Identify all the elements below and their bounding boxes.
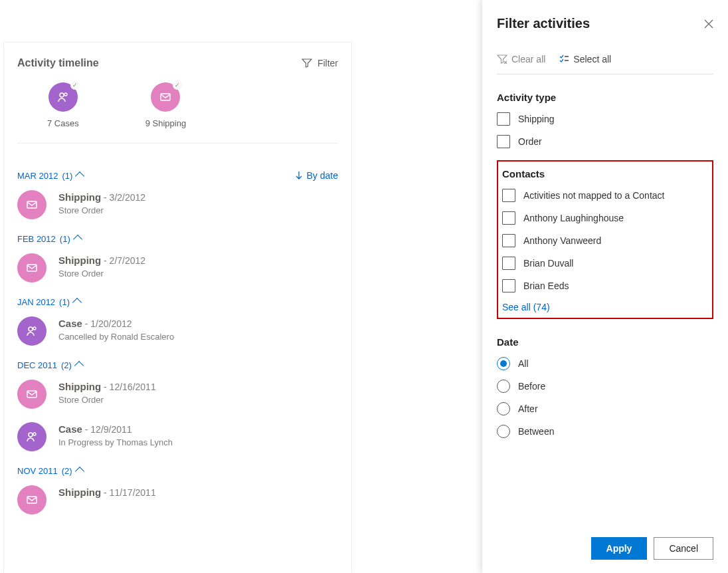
group-count: (2) xyxy=(62,466,72,476)
checkbox-icon xyxy=(502,189,515,202)
timeline-item[interactable]: Shipping - 3/2/2012 Store Order xyxy=(17,190,338,219)
card-title: Activity timeline xyxy=(17,57,99,69)
timeline-item[interactable]: Shipping - 12/16/2011 Store Order xyxy=(17,380,338,409)
checkbox-label: Shipping xyxy=(518,114,555,124)
group-count: (1) xyxy=(60,234,70,244)
checkbox-icon xyxy=(497,135,510,148)
group-label: MAR 2012 xyxy=(17,171,58,181)
svg-rect-2 xyxy=(161,94,170,100)
item-circle xyxy=(17,253,46,283)
filter-button[interactable]: Filter xyxy=(302,58,338,68)
svg-point-8 xyxy=(29,433,33,437)
checkbox-icon xyxy=(502,211,515,225)
checkbox-icon xyxy=(497,112,510,126)
contacts-header: Contacts xyxy=(502,168,708,179)
item-sub: Store Order xyxy=(58,395,156,405)
panel-header: Filter activities xyxy=(497,16,713,31)
chevron-up-icon xyxy=(74,361,84,370)
sort-row: MAR 2012 (1) By date xyxy=(17,170,338,181)
group-count: (1) xyxy=(62,171,72,181)
radio-label: All xyxy=(518,358,529,369)
checkbox-contact[interactable]: Brian Eeds xyxy=(502,279,708,292)
mail-icon xyxy=(25,388,39,401)
select-all-button[interactable]: Select all xyxy=(559,54,611,64)
filter-label: Filter xyxy=(318,58,338,68)
group-header-feb[interactable]: FEB 2012 (1) xyxy=(17,234,338,244)
check-badge-icon: ✓ xyxy=(70,80,80,90)
radio-icon xyxy=(497,402,510,415)
checkbox-label: Brian Duvall xyxy=(523,258,573,269)
apply-button[interactable]: Apply xyxy=(591,537,648,560)
item-title: Shipping xyxy=(58,191,101,203)
item-title: Shipping xyxy=(58,381,101,392)
radio-after[interactable]: After xyxy=(497,402,713,415)
item-circle xyxy=(17,485,46,515)
checkbox-shipping[interactable]: Shipping xyxy=(497,112,713,126)
svg-rect-3 xyxy=(27,201,37,208)
checkbox-label: Brian Eeds xyxy=(523,281,569,291)
radio-label: Between xyxy=(518,426,554,437)
group-header-jan[interactable]: JAN 2012 (1) xyxy=(17,297,338,307)
select-all-icon xyxy=(559,54,569,64)
see-all-link[interactable]: See all (74) xyxy=(502,302,708,312)
checkbox-label: Activities not mapped to a Contact xyxy=(523,190,664,201)
chevron-up-icon xyxy=(75,171,84,180)
checkbox-contact[interactable]: Brian Duvall xyxy=(502,257,708,270)
group-count: (2) xyxy=(61,360,72,370)
radio-icon xyxy=(497,357,510,370)
item-date: 3/2/2012 xyxy=(110,192,146,203)
radio-before[interactable]: Before xyxy=(497,380,713,393)
item-sub: Cancelled by Ronald Escalero xyxy=(58,332,174,342)
timeline-item[interactable]: Shipping - 11/17/2011 xyxy=(17,485,338,515)
clear-all-label: Clear all xyxy=(511,54,545,64)
timeline-item[interactable]: Shipping - 2/7/2012 Store Order xyxy=(17,253,338,283)
timeline-item[interactable]: Case - 1/20/2012 Cancelled by Ronald Esc… xyxy=(17,316,338,346)
card-header: Activity timeline Filter xyxy=(17,57,338,69)
chevron-up-icon xyxy=(73,235,82,244)
item-title: Shipping xyxy=(58,255,101,266)
checkbox-contact[interactable]: Anthony Laughinghouse xyxy=(502,211,708,225)
radio-icon xyxy=(497,380,510,393)
item-content: Shipping - 12/16/2011 Store Order xyxy=(58,380,156,409)
checkbox-contact-unmapped[interactable]: Activities not mapped to a Contact xyxy=(502,189,708,202)
svg-rect-7 xyxy=(27,391,37,398)
timeline-item[interactable]: Case - 12/9/2011 In Progress by Thomas L… xyxy=(17,422,338,451)
svg-rect-4 xyxy=(27,265,37,271)
stat-cases[interactable]: ✓ 7 Cases xyxy=(47,82,79,128)
clear-all-button[interactable]: Clear all xyxy=(497,54,545,64)
panel-actions: Clear all Select all xyxy=(497,54,713,74)
item-sub: Store Order xyxy=(58,269,145,279)
cancel-button[interactable]: Cancel xyxy=(654,537,713,560)
chevron-up-icon xyxy=(75,467,84,476)
radio-all[interactable]: All xyxy=(497,357,713,370)
svg-point-6 xyxy=(33,327,36,330)
arrow-down-icon xyxy=(295,171,303,180)
item-date: 2/7/2012 xyxy=(110,255,146,266)
item-sub: Store Order xyxy=(58,205,145,215)
item-circle xyxy=(17,190,46,219)
mail-icon xyxy=(25,198,39,211)
checkbox-label: Order xyxy=(518,136,542,147)
item-content: Case - 1/20/2012 Cancelled by Ronald Esc… xyxy=(58,316,174,346)
radio-between[interactable]: Between xyxy=(497,425,713,438)
item-circle xyxy=(17,316,46,346)
cases-circle: ✓ xyxy=(48,82,78,112)
item-date: 12/9/2011 xyxy=(90,424,132,435)
checkbox-label: Anthony Laughinghouse xyxy=(523,213,624,223)
stat-shipping[interactable]: ✓ 9 Shipping xyxy=(145,82,186,128)
svg-point-1 xyxy=(64,93,67,96)
checkbox-label: Anthony Vanweerd xyxy=(523,235,601,246)
close-button[interactable] xyxy=(704,19,713,29)
sort-by-date[interactable]: By date xyxy=(295,170,338,181)
group-label: FEB 2012 xyxy=(17,234,56,244)
checkbox-contact[interactable]: Anthony Vanweerd xyxy=(502,234,708,247)
checkbox-order[interactable]: Order xyxy=(497,135,713,148)
item-content: Case - 12/9/2011 In Progress by Thomas L… xyxy=(58,422,173,451)
item-date: 12/16/2011 xyxy=(110,382,156,392)
group-header-mar[interactable]: MAR 2012 (1) xyxy=(17,171,83,181)
radio-label: Before xyxy=(518,381,545,392)
group-header-nov[interactable]: NOV 2011 (2) xyxy=(17,466,338,476)
item-content: Shipping - 11/17/2011 xyxy=(58,485,156,515)
group-header-dec[interactable]: DEC 2011 (2) xyxy=(17,360,338,370)
activity-type-header: Activity type xyxy=(497,92,713,103)
